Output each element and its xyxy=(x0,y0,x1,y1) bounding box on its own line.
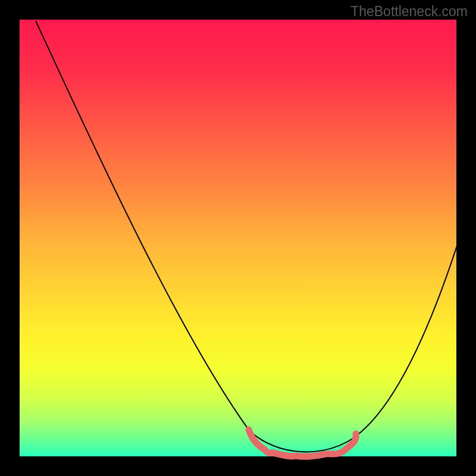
plot-background xyxy=(20,20,456,456)
chart-frame: TheBottleneck.com xyxy=(0,0,476,476)
watermark-text: TheBottleneck.com xyxy=(350,4,468,20)
chart-svg xyxy=(0,0,476,476)
